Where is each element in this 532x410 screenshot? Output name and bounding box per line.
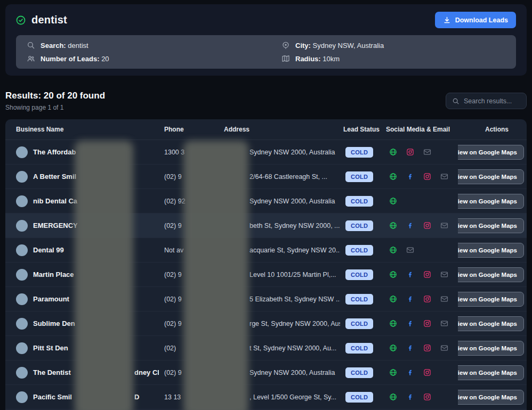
- facebook-icon[interactable]: [406, 295, 414, 303]
- social-icons: [381, 270, 458, 278]
- instagram-icon[interactable]: [423, 173, 431, 181]
- email-icon[interactable]: [423, 148, 431, 156]
- facebook-icon[interactable]: [406, 368, 414, 376]
- business-name: Pacific Smil: [33, 393, 72, 401]
- results-table: Business Name Phone Address Lead Status …: [5, 119, 527, 410]
- lead-status-badge: COLD: [345, 196, 373, 207]
- param-search: Search: dentist: [27, 41, 281, 50]
- instagram-icon[interactable]: [423, 270, 431, 278]
- param-city: City: Sydney NSW, Australia: [281, 41, 505, 50]
- table-header: Business Name Phone Address Lead Status …: [5, 119, 527, 140]
- facebook-icon[interactable]: [406, 319, 414, 327]
- website-icon[interactable]: [389, 148, 397, 156]
- email-icon[interactable]: [406, 246, 414, 254]
- website-icon[interactable]: [389, 270, 397, 278]
- business-name: Dental 99: [33, 246, 64, 254]
- view-on-google-maps-button[interactable]: View on Google Maps: [458, 316, 524, 331]
- address-value: 5 Elizabeth St, Sydney NSW ...: [212, 296, 340, 303]
- website-icon[interactable]: [389, 295, 397, 303]
- map-icon: [281, 54, 290, 63]
- facebook-icon[interactable]: [406, 222, 414, 229]
- instagram-icon[interactable]: [423, 393, 431, 401]
- phone-value: (02) 92: [159, 198, 212, 205]
- col-actions: Actions: [458, 126, 527, 133]
- address-value: Sydney NSW 2000, Australia: [212, 369, 340, 376]
- website-icon[interactable]: [389, 393, 397, 401]
- avatar: [16, 220, 28, 232]
- email-icon[interactable]: [440, 173, 448, 181]
- facebook-icon[interactable]: [406, 173, 414, 181]
- lead-status-badge: COLD: [345, 318, 373, 329]
- email-icon[interactable]: [440, 319, 448, 327]
- website-icon[interactable]: [389, 246, 397, 254]
- instagram-icon[interactable]: [423, 319, 431, 327]
- email-icon[interactable]: [440, 270, 448, 278]
- table-row: Martin Place (02) 9 Level 10 1001/25 Mar…: [5, 263, 527, 287]
- instagram-icon[interactable]: [423, 295, 431, 303]
- phone-value: (02) 9: [159, 222, 212, 229]
- view-on-google-maps-button[interactable]: View on Google Maps: [458, 194, 524, 209]
- download-leads-button[interactable]: Download Leads: [435, 12, 516, 28]
- view-on-google-maps-button[interactable]: View on Google Maps: [458, 390, 524, 405]
- business-name: Sublime Den: [33, 319, 75, 327]
- table-row: Pacific Smil D 13 13 , Level 1/500 Georg…: [5, 385, 527, 409]
- table-body: The Affordab 1300 3 Sydney NSW 2000, Aus…: [5, 140, 527, 409]
- facebook-icon[interactable]: [406, 393, 414, 401]
- view-on-google-maps-button[interactable]: View on Google Maps: [458, 145, 524, 160]
- location-pin-icon: [281, 41, 290, 50]
- col-social-email: Social Media & Email: [381, 126, 458, 133]
- website-icon[interactable]: [389, 344, 397, 352]
- table-row: A Better Smil (02) 9 2/64-68 Castlereagh…: [5, 165, 527, 189]
- instagram-icon[interactable]: [423, 368, 431, 376]
- lead-status-badge: COLD: [345, 245, 373, 256]
- view-on-google-maps-button[interactable]: View on Google Maps: [458, 169, 524, 184]
- instagram-icon[interactable]: [423, 344, 431, 352]
- results-search-box[interactable]: [446, 93, 527, 109]
- email-icon[interactable]: [440, 222, 448, 229]
- email-icon[interactable]: [440, 295, 448, 303]
- avatar: [16, 269, 28, 281]
- business-name-suffix: dney CBD: [134, 368, 159, 377]
- address-value: Sydney NSW 2000, Australia: [212, 149, 340, 156]
- phone-value: (02) 9: [159, 173, 212, 181]
- social-icons: [381, 393, 458, 401]
- view-on-google-maps-button[interactable]: View on Google Maps: [458, 243, 524, 258]
- website-icon[interactable]: [389, 173, 397, 181]
- avatar: [16, 318, 28, 330]
- view-on-google-maps-button[interactable]: View on Google Maps: [458, 218, 524, 233]
- social-icons: [381, 148, 458, 156]
- page-title: dentist: [31, 14, 67, 26]
- table-row: Dental 99 Not av acquarie St, Sydney NSW…: [5, 238, 527, 263]
- instagram-icon[interactable]: [406, 148, 414, 156]
- address-value: rge St, Sydney NSW 2000, Aus...: [212, 320, 340, 327]
- lead-status-badge: COLD: [345, 220, 373, 231]
- website-icon[interactable]: [389, 222, 397, 229]
- facebook-icon[interactable]: [406, 344, 414, 352]
- view-on-google-maps-button[interactable]: View on Google Maps: [458, 365, 524, 380]
- email-icon[interactable]: [440, 344, 448, 352]
- social-icons: [381, 319, 458, 327]
- address-value: 2/64-68 Castlereagh St, ...: [212, 173, 340, 181]
- view-on-google-maps-button[interactable]: View on Google Maps: [458, 292, 524, 307]
- lead-status-badge: COLD: [345, 171, 373, 182]
- results-search-input[interactable]: [464, 97, 520, 105]
- address-value: t St, Sydney NSW 2000, Au...: [212, 345, 340, 352]
- website-icon[interactable]: [389, 197, 397, 205]
- business-name: The Dentist: [33, 368, 71, 376]
- website-icon[interactable]: [389, 319, 397, 327]
- col-address: Address: [212, 126, 340, 133]
- view-on-google-maps-button[interactable]: View on Google Maps: [458, 267, 524, 282]
- address-value: acquarie St, Sydney NSW 20...: [212, 247, 340, 254]
- phone-value: (02) 9: [159, 320, 212, 327]
- col-phone: Phone: [159, 126, 212, 133]
- view-on-google-maps-button[interactable]: View on Google Maps: [458, 341, 524, 356]
- table-row: Paramount (02) 9 5 Elizabeth St, Sydney …: [5, 287, 527, 311]
- avatar: [16, 171, 28, 183]
- search-parameters: Search: dentist City: Sydney NSW, Austra…: [16, 35, 516, 69]
- facebook-icon[interactable]: [406, 270, 414, 278]
- table-row: The Dentist dney CBD (02) 9 Sydney NSW 2…: [5, 360, 527, 385]
- website-icon[interactable]: [389, 368, 397, 376]
- instagram-icon[interactable]: [423, 222, 431, 229]
- download-icon: [443, 16, 451, 24]
- lead-status-badge: COLD: [345, 269, 373, 280]
